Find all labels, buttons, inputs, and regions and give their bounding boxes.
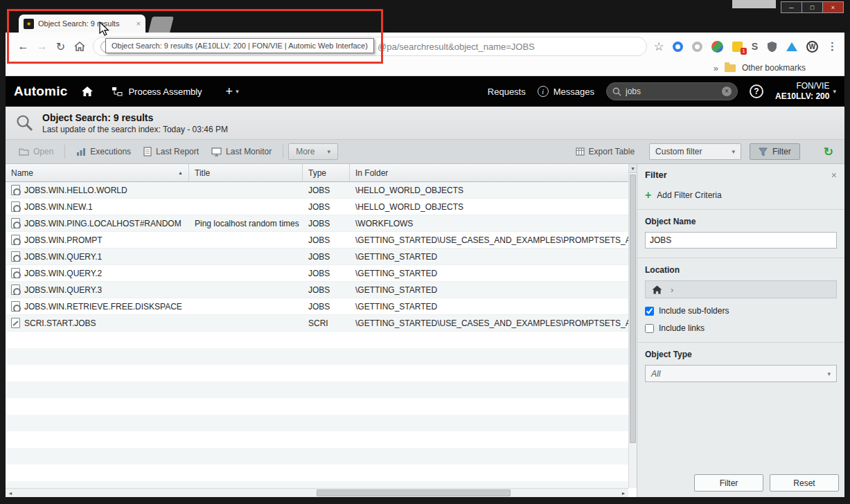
export-table-button[interactable]: Export Table [569, 144, 641, 159]
column-header-name[interactable]: Name ▲ [6, 164, 189, 181]
close-panel-icon[interactable]: × [831, 170, 837, 181]
horizontal-scrollbar[interactable]: ◄ ► [6, 488, 628, 497]
extension-globe-icon[interactable] [711, 41, 723, 53]
open-label: Open [33, 147, 53, 156]
app-header: Automic Process Assembly + ▾ Requests i … [6, 76, 844, 107]
reset-filter-button[interactable]: Reset [770, 474, 839, 492]
last-monitor-button[interactable]: Last Monitor [205, 144, 278, 159]
include-subfolders-checkbox[interactable] [645, 307, 654, 316]
connection-menu[interactable]: FON/VIE AE10LLV: 200 ▾ [775, 81, 836, 102]
add-view-button[interactable]: + ▾ [226, 85, 239, 98]
cell-type: JOBS [303, 219, 350, 228]
forward-icon[interactable]: → [33, 40, 51, 53]
custom-filter-select[interactable]: Custom filter ▾ [649, 143, 741, 160]
location-breadcrumb[interactable]: › [645, 280, 837, 298]
cell-name: JOBS.WIN.QUERY.3 [6, 285, 189, 295]
table-row[interactable]: JOBS.WIN.QUERY.2 JOBS \GETTING_STARTED [6, 265, 628, 282]
messages-button[interactable]: i Messages [538, 86, 594, 97]
extension-gray-circle-icon[interactable] [692, 42, 702, 52]
cell-type: JOBS [303, 285, 350, 295]
scroll-left-icon[interactable]: ◄ [6, 489, 15, 497]
extension-w-icon[interactable]: W [806, 41, 818, 53]
extension-badge: 1 [741, 48, 746, 55]
browser-tab[interactable]: * Object Search: 9 results × [19, 15, 145, 33]
bookmarks-overflow-icon[interactable]: » [714, 63, 718, 73]
last-report-button[interactable]: Last Report [137, 144, 205, 159]
new-tab-button[interactable] [148, 17, 174, 33]
column-header-in-folder[interactable]: In Folder [350, 164, 628, 181]
object-icon [11, 235, 20, 245]
extension-triangle-icon[interactable] [786, 42, 797, 51]
minimize-button[interactable]: ─ [781, 1, 802, 13]
browser-menu-icon[interactable]: ⋮ [827, 40, 838, 53]
open-button[interactable]: Open [12, 144, 60, 159]
column-menu-button[interactable]: ▾ [629, 164, 637, 173]
more-button[interactable]: More ▾ [288, 143, 338, 160]
table-row[interactable]: JOBS.WIN.PING.LOCALHOST#RANDOM Ping loca… [6, 215, 628, 232]
results-toolbar: Open Executions Last Report Last Monitor… [6, 140, 844, 164]
include-links-checkbox[interactable] [645, 324, 654, 333]
column-header-type[interactable]: Type [303, 164, 350, 181]
filter-toggle-label: Filter [772, 147, 791, 156]
object-icon [11, 218, 20, 228]
folder-icon [725, 64, 736, 72]
refresh-icon[interactable]: ↻ [824, 146, 833, 158]
horizontal-scrollbar-track[interactable] [15, 489, 619, 497]
app-home-icon[interactable] [81, 86, 94, 97]
messages-label: Messages [554, 87, 594, 97]
table-row[interactable]: JOBS.WIN.QUERY.3 JOBS \GETTING_STARTED [6, 282, 628, 298]
include-links-row[interactable]: Include links [645, 323, 837, 333]
bookmark-star-icon[interactable]: ☆ [653, 39, 664, 54]
scroll-right-icon[interactable]: ► [619, 489, 628, 497]
browser-home-icon[interactable] [70, 41, 89, 52]
cell-type: JOBS [303, 202, 350, 212]
horizontal-scrollbar-thumb[interactable] [317, 489, 511, 496]
page-title: Object Search: 9 results [42, 112, 228, 123]
export-table-icon [576, 147, 585, 156]
maximize-button[interactable]: □ [802, 1, 823, 13]
vertical-scrollbar[interactable]: ▾ [628, 164, 637, 488]
table-row[interactable]: JOBS.WIN.HELLO.WORLD JOBS \HELLO_WORLD_O… [6, 182, 628, 199]
apply-filter-button[interactable]: Filter [694, 474, 763, 492]
cell-name-text: JOBS.WIN.HELLO.WORLD [24, 186, 127, 195]
chevron-down-icon: ▾ [236, 88, 239, 95]
extension-shield-icon[interactable] [767, 41, 777, 53]
reload-icon[interactable]: ↻ [51, 40, 70, 53]
table-row[interactable]: JOBS.WIN.RETRIEVE.FREE.DISKSPACE JOBS \G… [6, 298, 628, 315]
search-input[interactable] [626, 87, 718, 96]
extension-blue-circle-icon[interactable] [673, 42, 683, 52]
vertical-scrollbar-thumb[interactable] [630, 174, 636, 443]
column-header-title[interactable]: Title [189, 164, 303, 181]
object-name-input[interactable] [645, 232, 837, 249]
cell-type: SCRI [303, 318, 350, 328]
clear-search-icon[interactable]: × [722, 87, 732, 96]
global-search[interactable]: × [606, 82, 738, 100]
table-row[interactable]: JOBS.WIN.QUERY.1 JOBS \GETTING_STARTED [6, 249, 628, 265]
back-icon[interactable]: ← [14, 40, 33, 53]
include-subfolders-label: Include sub-folders [659, 306, 729, 316]
other-bookmarks-button[interactable]: Other bookmarks [742, 63, 806, 73]
help-button[interactable]: ? [750, 84, 763, 98]
executions-button[interactable]: Executions [70, 144, 137, 159]
tab-process-assembly[interactable]: Process Assembly [112, 87, 202, 97]
close-button[interactable]: × [822, 1, 844, 13]
executions-label: Executions [90, 147, 131, 156]
requests-button[interactable]: Requests [488, 87, 526, 97]
executions-icon [76, 147, 86, 156]
object-type-select[interactable]: All ▾ [645, 365, 837, 382]
tab-title: Object Search: 9 results [38, 19, 132, 28]
filter-toggle-button[interactable]: Filter [750, 143, 800, 160]
add-filter-criteria-button[interactable]: + Add Filter Criteria [637, 186, 844, 210]
table-row[interactable]: JOBS.WIN.NEW.1 JOBS \HELLO_WORLD_OBJECTS [6, 199, 628, 215]
object-icon [11, 301, 20, 312]
column-name-label: Name [11, 168, 33, 178]
automic-favicon-icon: * [24, 19, 34, 29]
extension-s-icon[interactable]: S [752, 41, 758, 52]
tab-close-icon[interactable]: × [136, 20, 141, 28]
include-subfolders-row[interactable]: Include sub-folders [645, 306, 837, 316]
filter-panel: Filter × + Add Filter Criteria Object Na… [637, 164, 844, 497]
table-row[interactable]: SCRI.START.JOBS SCRI \GETTING_STARTED\US… [6, 315, 628, 332]
extension-notes-icon[interactable]: 1 [732, 42, 743, 52]
search-icon [612, 87, 621, 96]
table-row[interactable]: JOBS.WIN.PROMPT JOBS \GETTING_STARTED\US… [6, 232, 628, 249]
